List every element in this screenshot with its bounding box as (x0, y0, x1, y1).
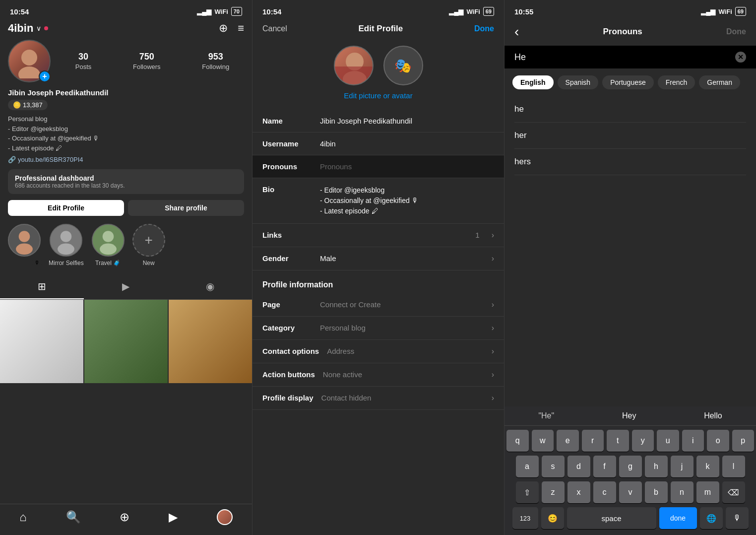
avatar-wrap[interactable]: + (8, 40, 51, 82)
form-row-contact[interactable]: Contact options Address › (252, 340, 504, 363)
lang-chip-english[interactable]: English (512, 75, 554, 89)
key-a[interactable]: a (516, 456, 539, 477)
form-row-name[interactable]: Name Jibin Joseph Peedikathundil (252, 110, 504, 133)
highlight-item-2[interactable]: Travel 🧳 (92, 224, 125, 267)
pronoun-item-he[interactable]: he (514, 96, 746, 123)
coins-badge[interactable]: 🪙 13,387 (8, 100, 48, 110)
form-value-gender[interactable]: Male (320, 254, 484, 263)
menu-icon[interactable]: ≡ (238, 22, 244, 35)
profile-link[interactable]: 🔗 youtu.be/l6SBR370PI4 (0, 156, 252, 169)
key-g[interactable]: g (619, 456, 642, 477)
clear-search-button[interactable]: ✕ (735, 52, 746, 63)
key-shift[interactable]: ⇧ (516, 481, 539, 503)
key-h[interactable]: h (645, 456, 668, 477)
form-value-profile-display[interactable]: Contact hidden (321, 394, 484, 402)
form-row-username[interactable]: Username 4ibin (252, 133, 504, 155)
key-n[interactable]: n (671, 481, 693, 503)
key-globe[interactable]: 🌐 (700, 507, 723, 529)
highlight-item-0[interactable]: 🎙 (8, 224, 41, 267)
form-row-bio[interactable]: Bio - Editor @igeeksblog - Occasionally … (252, 178, 504, 224)
key-r[interactable]: r (582, 430, 604, 452)
tab-video[interactable]: ▶ (84, 274, 168, 299)
key-s[interactable]: s (542, 456, 565, 477)
pronoun-item-hers[interactable]: hers (514, 149, 746, 175)
key-emoji[interactable]: 😊 (541, 507, 564, 529)
key-m[interactable]: m (696, 481, 719, 503)
autocomplete-he[interactable]: "He" (538, 411, 554, 420)
key-q[interactable]: q (506, 430, 529, 452)
key-v[interactable]: v (619, 481, 642, 503)
cancel-button[interactable]: Cancel (262, 24, 287, 33)
key-t[interactable]: t (607, 430, 629, 452)
form-row-profile-display[interactable]: Profile display Contact hidden › (252, 387, 504, 410)
back-button[interactable]: ‹ (514, 24, 519, 40)
key-numbers[interactable]: 123 (512, 507, 538, 529)
form-row-links[interactable]: Links 1 › (252, 224, 504, 247)
key-f[interactable]: f (593, 456, 616, 477)
highlight-item-1[interactable]: Mirror Selfies (49, 224, 84, 267)
nav-home-icon[interactable]: ⌂ (19, 510, 27, 524)
grid-item-3[interactable] (169, 300, 252, 383)
form-value-page[interactable]: Connect or Create (320, 300, 484, 309)
grid-item-1[interactable] (0, 300, 83, 383)
lang-chip-french[interactable]: French (658, 75, 695, 89)
edit-profile-button[interactable]: Edit Profile (8, 200, 124, 216)
tab-tagged[interactable]: ◉ (168, 274, 252, 299)
share-profile-button[interactable]: Share profile (128, 200, 244, 216)
add-story-button[interactable]: + (39, 70, 51, 82)
professional-dashboard[interactable]: Professional dashboard 686 accounts reac… (8, 169, 244, 194)
done-button[interactable]: Done (474, 24, 494, 33)
autocomplete-hello[interactable]: Hello (704, 411, 722, 420)
key-w[interactable]: w (532, 430, 554, 452)
edit-picture-link[interactable]: Edit picture or avatar (344, 91, 412, 100)
nav-reels-icon[interactable]: ▶ (169, 510, 178, 524)
grid-item-2[interactable] (84, 300, 168, 383)
key-e[interactable]: e (557, 430, 579, 452)
form-row-gender[interactable]: Gender Male › (252, 247, 504, 270)
following-stat[interactable]: 953 Following (202, 52, 229, 70)
form-value-bio[interactable]: - Editor @igeeksblog - Occasionally at @… (320, 185, 494, 216)
autocomplete-hey[interactable]: Hey (622, 411, 636, 420)
username-row[interactable]: 4ibin ∨ (8, 22, 48, 35)
nav-avatar[interactable] (217, 509, 233, 525)
lang-chip-portuguese[interactable]: Portuguese (602, 75, 654, 89)
form-row-pronouns[interactable]: Pronouns Pronouns (252, 155, 504, 178)
lang-chip-spanish[interactable]: Spanish (558, 75, 599, 89)
key-d[interactable]: d (567, 456, 590, 477)
pronoun-search-input[interactable] (514, 52, 735, 63)
pronoun-item-her[interactable]: her (514, 123, 746, 149)
key-space[interactable]: space (567, 507, 656, 529)
key-mic[interactable]: 🎙 (726, 507, 749, 529)
form-value-category[interactable]: Personal blog (320, 324, 484, 332)
form-row-action-buttons[interactable]: Action buttons None active › (252, 363, 504, 387)
nav-create-icon[interactable]: ⊕ (120, 510, 129, 524)
nav-search-icon[interactable]: 🔍 (66, 510, 81, 524)
form-value-contact[interactable]: Address (327, 347, 484, 355)
key-u[interactable]: u (657, 430, 679, 452)
form-row-page[interactable]: Page Connect or Create › (252, 293, 504, 317)
key-j[interactable]: j (671, 456, 693, 477)
key-i[interactable]: i (682, 430, 704, 452)
form-row-category[interactable]: Category Personal blog › (252, 317, 504, 340)
form-value-pronouns[interactable]: Pronouns (320, 162, 494, 171)
key-l[interactable]: l (722, 456, 745, 477)
new-post-icon[interactable]: ⊕ (219, 22, 228, 35)
key-backspace[interactable]: ⌫ (722, 481, 745, 503)
lang-chip-german[interactable]: German (699, 75, 740, 89)
avatar-placeholder[interactable]: 🎭 (383, 46, 423, 85)
form-value-username[interactable]: 4ibin (320, 139, 494, 148)
form-value-action-buttons[interactable]: None active (323, 370, 484, 379)
key-c[interactable]: c (593, 481, 616, 503)
highlight-item-new[interactable]: + New (132, 224, 165, 267)
form-value-name[interactable]: Jibin Joseph Peedikathundil (320, 117, 494, 125)
key-done[interactable]: done (659, 507, 697, 529)
key-o[interactable]: o (707, 430, 729, 452)
key-z[interactable]: z (542, 481, 565, 503)
followers-stat[interactable]: 750 Followers (133, 52, 161, 70)
highlight-add-circle[interactable]: + (132, 224, 165, 257)
key-x[interactable]: x (567, 481, 590, 503)
current-avatar[interactable] (334, 46, 374, 85)
posts-stat[interactable]: 30 Posts (75, 52, 92, 70)
key-y[interactable]: y (632, 430, 654, 452)
key-k[interactable]: k (696, 456, 719, 477)
